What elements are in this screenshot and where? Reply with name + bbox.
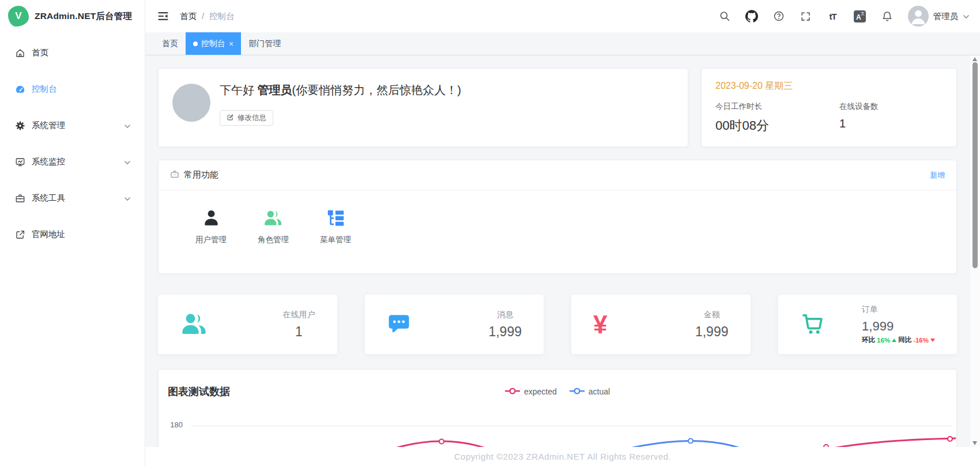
stat-card-orders[interactable]: 订单 1,999 环比 16% 同比 -16% (778, 295, 958, 354)
quick-functions-card: 常用功能 新增 用户管理 角色管理 (158, 160, 957, 274)
avatar (908, 6, 929, 27)
sidebar-menu: 首页 控制台 系统管理 系统监控 (0, 32, 145, 253)
tags-view-bar: 首页 控制台 × 部门管理 (145, 32, 980, 55)
sidebar-item-dashboard[interactable]: 控制台 (0, 71, 145, 107)
sidebar-item-label: 系统管理 (32, 120, 65, 131)
user-name: 管理员 (933, 11, 959, 22)
app-title: ZRAdmin.NET后台管理 (35, 10, 132, 22)
legend-actual[interactable]: actual (570, 387, 610, 396)
greeting-text: 下午好 管理员(你要悄悄努力，然后惊艳众人！) (220, 81, 461, 99)
tab-dashboard[interactable]: 控制台 × (186, 32, 241, 55)
logo-row[interactable]: V ZRAdmin.NET后台管理 (0, 0, 145, 32)
gridline (191, 426, 953, 426)
external-link-icon (15, 230, 25, 240)
sidebar-fold-icon[interactable] (157, 10, 169, 22)
sidebar-item-label: 系统监控 (32, 156, 65, 167)
edit-icon (227, 114, 234, 123)
monitor-icon (15, 157, 25, 167)
today-card: 2023-09-20 星期三 今日工作时长 00时08分 在线设备数 1 (701, 68, 957, 147)
sidebar-item-label: 系统工具 (32, 193, 65, 204)
sidebar: V ZRAdmin.NET后台管理 首页 控制台 系统管理 (0, 0, 145, 466)
stat-card-money[interactable]: ¥ 金额 1,999 (571, 295, 751, 354)
sidebar-item-label: 控制台 (32, 84, 57, 95)
stat-value: 1,999 (695, 324, 729, 340)
roles-icon (263, 205, 284, 227)
sidebar-item-system-monitor[interactable]: 系统监控 (0, 144, 145, 180)
mom-label: 环比 (862, 336, 875, 344)
sidebar-item-label: 首页 (32, 47, 48, 58)
stats-row: 在线用户 1 消息 1,999 ¥ 金额 (158, 295, 957, 354)
online-users-icon (180, 310, 209, 339)
breadcrumb-home[interactable]: 首页 (180, 11, 197, 22)
stat-label: 金额 (695, 310, 729, 320)
vertical-scrollbar[interactable] (970, 55, 980, 447)
app-root: V ZRAdmin.NET后台管理 首页 控制台 系统管理 (0, 0, 980, 466)
fullscreen-icon[interactable] (800, 10, 812, 22)
navbar-actions: tT A文 管理员 (718, 6, 970, 27)
scroll-down-icon[interactable] (973, 441, 977, 445)
stat-label: 订单 (862, 305, 935, 315)
breadcrumb: 首页 / 控制台 (180, 11, 235, 22)
message-icon (387, 311, 411, 338)
add-link[interactable]: 新增 (930, 170, 945, 181)
active-dot-icon (193, 42, 198, 46)
chevron-down-icon (124, 121, 131, 130)
help-icon[interactable] (772, 10, 785, 22)
github-icon[interactable] (745, 10, 758, 22)
today-date: 2023-09-20 星期三 (715, 80, 943, 92)
sidebar-item-system-tools[interactable]: 系统工具 (0, 180, 145, 216)
user-menu[interactable]: 管理员 (908, 6, 970, 27)
stat-label: 在线用户 (283, 310, 315, 320)
language-icon[interactable]: A文 (854, 10, 866, 22)
breadcrumb-current: 控制台 (209, 11, 235, 22)
cart-icon (800, 311, 826, 338)
dashboard-icon (15, 84, 25, 95)
home-icon (15, 48, 25, 58)
online-devices-label: 在线设备数 (839, 102, 943, 112)
yoy-value: -16% (913, 337, 929, 344)
stat-value: 1 (283, 324, 315, 340)
quick-functions-title: 常用功能 (184, 170, 218, 181)
stat-label: 消息 (488, 310, 522, 320)
sidebar-item-home[interactable]: 首页 (0, 35, 145, 71)
work-duration-label: 今日工作时长 (715, 102, 839, 112)
app-logo-icon: V (8, 6, 29, 27)
bell-icon[interactable] (881, 10, 894, 22)
sidebar-item-label: 官网地址 (32, 229, 65, 240)
page-content: 下午好 管理员(你要悄悄努力，然后惊艳众人！) 修改信息 2023-09-20 … (145, 55, 980, 466)
edit-profile-button[interactable]: 修改信息 (220, 110, 273, 126)
online-devices-value: 1 (839, 117, 943, 130)
greeting-username: 管理员 (258, 84, 292, 96)
sidebar-item-system-admin[interactable]: 系统管理 (0, 107, 145, 144)
work-duration-value: 00时08分 (715, 117, 839, 134)
search-icon[interactable] (718, 10, 731, 22)
scrollbar-thumb[interactable] (973, 62, 978, 268)
quick-item-roles[interactable]: 角色管理 (251, 205, 296, 245)
close-icon[interactable]: × (229, 39, 233, 48)
legend-expected[interactable]: expected (505, 387, 557, 396)
breadcrumb-separator: / (202, 12, 204, 21)
scroll-up-icon[interactable] (973, 57, 977, 61)
welcome-card: 下午好 管理员(你要悄悄努力，然后惊艳众人！) 修改信息 (158, 68, 688, 147)
stat-value: 1,999 (488, 324, 522, 340)
tab-home[interactable]: 首页 (154, 32, 186, 55)
yoy-label: 同比 (898, 336, 911, 344)
chevron-down-icon (124, 194, 131, 203)
money-icon: ¥ (593, 312, 607, 337)
caret-down-icon (930, 339, 935, 342)
quick-item-menus[interactable]: 菜单管理 (313, 205, 358, 245)
stat-card-messages[interactable]: 消息 1,999 (365, 295, 544, 354)
y-axis-tick: 180 (165, 420, 183, 429)
briefcase-icon (170, 170, 179, 181)
stat-card-online-users[interactable]: 在线用户 1 (158, 295, 337, 354)
font-size-icon[interactable]: tT (827, 10, 839, 22)
menu-tree-icon (326, 205, 345, 227)
quick-item-users[interactable]: 用户管理 (189, 205, 233, 245)
user-avatar[interactable] (172, 84, 210, 122)
user-icon (202, 205, 221, 227)
gear-icon (15, 121, 25, 131)
tab-dept[interactable]: 部门管理 (241, 32, 288, 55)
legend-marker-icon (505, 387, 520, 396)
sidebar-item-official-site[interactable]: 官网地址 (0, 216, 145, 253)
main-area: 首页 / 控制台 tT (145, 0, 980, 466)
